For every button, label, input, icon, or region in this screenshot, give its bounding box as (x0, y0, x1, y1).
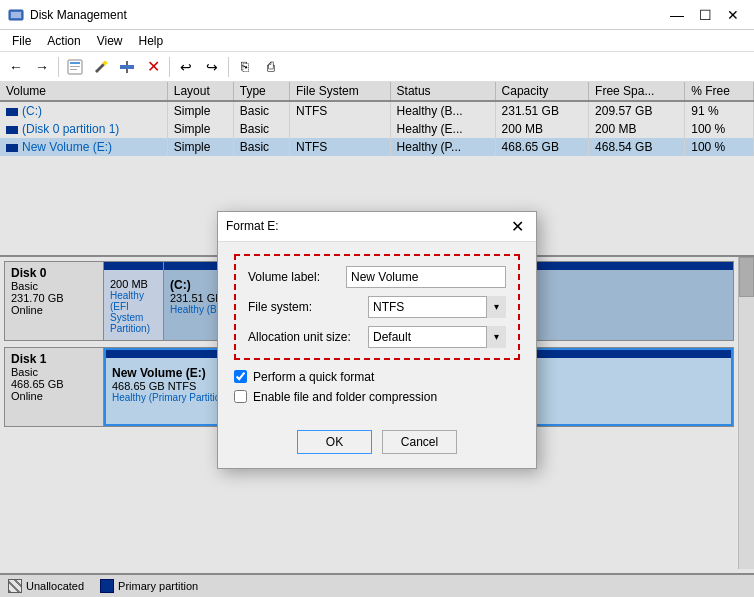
toolbar-separator-3 (228, 57, 229, 77)
volume-label-text: Volume label: (248, 270, 346, 284)
file-system-text: File system: (248, 300, 368, 314)
properties-button[interactable] (63, 55, 87, 79)
window-title: Disk Management (30, 8, 664, 22)
file-system-select-wrapper: NTFS FAT32 exFAT ▾ (368, 296, 506, 318)
quick-format-checkbox[interactable] (234, 370, 247, 383)
svg-rect-4 (70, 66, 80, 67)
modal-overlay: Format E: ✕ Volume label: File system: (0, 82, 754, 597)
svg-rect-7 (120, 65, 134, 69)
menu-view[interactable]: View (89, 32, 131, 50)
shrink-button[interactable] (115, 55, 139, 79)
delete-button[interactable]: ✕ (141, 55, 165, 79)
format-dialog: Format E: ✕ Volume label: File system: (217, 211, 537, 469)
cancel-button[interactable]: Cancel (382, 430, 457, 454)
compression-row: Enable file and folder compression (234, 390, 520, 404)
modal-footer: OK Cancel (218, 422, 536, 468)
menu-help[interactable]: Help (131, 32, 172, 50)
title-bar: Disk Management — ☐ ✕ (0, 0, 754, 30)
compression-checkbox[interactable] (234, 390, 247, 403)
compression-label[interactable]: Enable file and folder compression (253, 390, 437, 404)
maximize-button[interactable]: ☐ (692, 5, 718, 25)
alloc-unit-select-wrapper: Default 512 1024 2048 4096 ▾ (368, 326, 506, 348)
refresh-right-button[interactable]: ↪ (200, 55, 224, 79)
modal-body: Volume label: File system: NTFS FAT32 ex… (218, 242, 536, 422)
svg-rect-5 (70, 69, 77, 70)
menu-file[interactable]: File (4, 32, 39, 50)
file-system-select[interactable]: NTFS FAT32 exFAT (368, 296, 506, 318)
minimize-button[interactable]: — (664, 5, 690, 25)
menu-bar: File Action View Help (0, 30, 754, 52)
close-button[interactable]: ✕ (720, 5, 746, 25)
menu-action[interactable]: Action (39, 32, 88, 50)
alloc-unit-select[interactable]: Default 512 1024 2048 4096 (368, 326, 506, 348)
app-icon (8, 7, 24, 23)
paste-button[interactable]: ⎙ (259, 55, 283, 79)
copy-button[interactable]: ⎘ (233, 55, 257, 79)
svg-rect-1 (11, 12, 21, 18)
modal-title-bar: Format E: ✕ (218, 212, 536, 242)
svg-rect-3 (70, 62, 80, 64)
modal-close-button[interactable]: ✕ (506, 215, 528, 237)
format-options-box: Volume label: File system: NTFS FAT32 ex… (234, 254, 520, 360)
quick-format-row: Perform a quick format (234, 370, 520, 384)
volume-label-input[interactable] (346, 266, 506, 288)
modal-title: Format E: (226, 219, 506, 233)
ok-button[interactable]: OK (297, 430, 372, 454)
toolbar: ← → ✕ ↩ ↪ ⎘ ⎙ (0, 52, 754, 82)
refresh-left-button[interactable]: ↩ (174, 55, 198, 79)
toolbar-separator-1 (58, 57, 59, 77)
forward-button[interactable]: → (30, 55, 54, 79)
alloc-unit-row: Allocation unit size: Default 512 1024 2… (248, 326, 506, 348)
edit-button[interactable] (89, 55, 113, 79)
file-system-row: File system: NTFS FAT32 exFAT ▾ (248, 296, 506, 318)
quick-format-label[interactable]: Perform a quick format (253, 370, 374, 384)
window-controls: — ☐ ✕ (664, 5, 746, 25)
volume-label-row: Volume label: (248, 266, 506, 288)
alloc-unit-text: Allocation unit size: (248, 330, 368, 344)
toolbar-separator-2 (169, 57, 170, 77)
back-button[interactable]: ← (4, 55, 28, 79)
main-content: Volume Layout Type File System Status Ca… (0, 82, 754, 597)
